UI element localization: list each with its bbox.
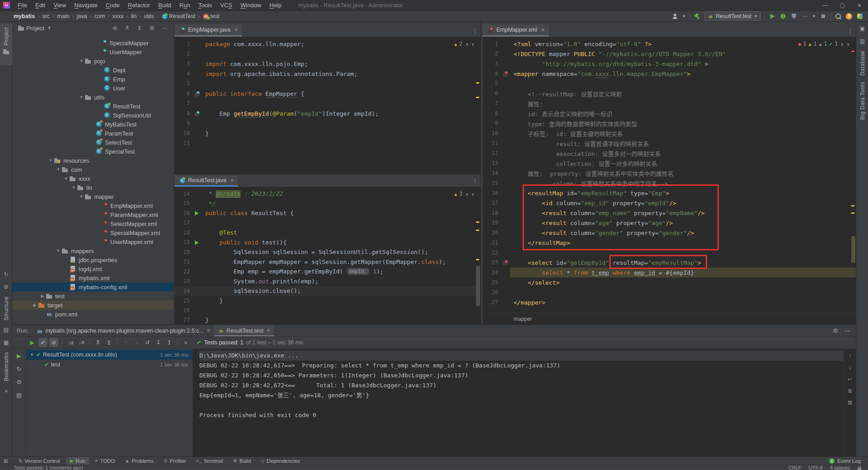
tree-item-utils[interactable]: ▼utils xyxy=(12,93,174,102)
show-passed[interactable]: ✔ xyxy=(38,338,47,347)
tree-item-specialtest[interactable]: SpecialTest xyxy=(12,147,174,156)
tree-item-emp[interactable]: Emp xyxy=(12,75,174,84)
more-tools-icon[interactable]: » xyxy=(0,388,12,394)
tree-item-com[interactable]: ▼com xyxy=(12,165,174,174)
show-ignored[interactable]: ⊘ xyxy=(49,338,58,347)
tree-item-specialmapper-xml[interactable]: SpecialMapper.xml xyxy=(12,228,174,237)
update-button-icon[interactable] xyxy=(845,13,853,20)
next-failed[interactable]: ↓ xyxy=(132,338,141,347)
inspections-widget[interactable]: ●1 ▲1 ▲1 ✔1 ∧∨ xyxy=(798,41,849,47)
run-config-combo[interactable]: ResultTest.test▼ xyxy=(704,11,761,21)
menu-window[interactable]: Window xyxy=(236,2,265,9)
tree-item-mappers[interactable]: ▼mappers xyxy=(12,246,174,255)
breadcrumb-item-com[interactable]: com xyxy=(94,13,105,19)
breadcrumb-item-java[interactable]: java xyxy=(77,13,87,19)
run-gutter-icon[interactable] xyxy=(193,210,201,217)
tree-item-target[interactable]: ▶target xyxy=(12,301,174,310)
tree-item-log4j-xml[interactable]: log4j.xml xyxy=(12,264,174,273)
toolwindow-button-dependencies[interactable]: ◇Dependencies xyxy=(257,457,304,465)
inspections-widget[interactable]: ▲2 ∧∨ xyxy=(454,41,474,47)
status-widget-crlf[interactable]: CRLF xyxy=(788,465,802,470)
test-node-resulttest[interactable]: ▼✔ResultTest (com.xxxx.lln.utils)1 sec 3… xyxy=(26,350,193,360)
tree-item-xxxx[interactable]: ▼xxxx xyxy=(12,174,174,183)
sort-alphabetically[interactable]: ↓a xyxy=(66,338,75,347)
locate-icon[interactable]: ⊕ xyxy=(113,25,117,31)
close-tab-icon[interactable]: ✕ xyxy=(207,328,211,334)
build-hammer-button-icon[interactable] xyxy=(693,13,701,20)
scrollbar-thumb[interactable] xyxy=(851,236,855,263)
panel-icon[interactable]: ▦ xyxy=(0,339,12,346)
tab-empmapper-java[interactable]: EmpMapper.java ✕ xyxy=(175,24,242,37)
menu-vcs[interactable]: VCS xyxy=(216,2,236,9)
project-panel-title[interactable]: Project xyxy=(26,25,44,32)
chevron-down-icon[interactable]: ▼ xyxy=(682,14,686,19)
more-toolbar[interactable]: » xyxy=(181,338,190,347)
tab-empmapper-xml[interactable]: EmpMapper.xml ✕ xyxy=(483,24,549,37)
code-area-resulttest-java[interactable]: ▲3 ∧∨ 14 * @create : 2023/2/2215 */16pub… xyxy=(175,187,481,326)
menu-refactor[interactable]: Refactor xyxy=(124,2,154,9)
close-tab-icon[interactable]: ✕ xyxy=(230,178,234,183)
mybatis-gutter-icon[interactable] xyxy=(502,70,509,77)
breadcrumb-mapper[interactable]: mapper xyxy=(514,316,532,322)
settings-icon[interactable]: ⚙ xyxy=(16,379,22,385)
tree-item-sqlsessionutil[interactable]: SqlSessionUtil xyxy=(12,111,174,120)
inspections-widget[interactable]: ▲3 ∧∨ xyxy=(454,191,474,197)
hide-panel-icon[interactable]: — xyxy=(844,327,850,334)
editor-empmapper-java[interactable]: EmpMapper.java ✕ ⋮ ▲2 ∧∨ 1package com.xx… xyxy=(175,22,481,174)
tree-item-user[interactable]: User xyxy=(12,84,174,93)
tree-item-lln[interactable]: ▼lln xyxy=(12,183,174,192)
tree-item-mybatis-config-xml[interactable]: mybatis-config.xml xyxy=(12,282,174,291)
minimize-icon[interactable]: — xyxy=(816,0,834,11)
tree-item-resources[interactable]: ▼resources xyxy=(12,156,174,165)
scroll-to-end-icon[interactable]: ≣ xyxy=(848,388,852,394)
event-log-button[interactable]: 1 Event Log xyxy=(829,458,861,464)
coverage-button-icon[interactable] xyxy=(790,13,797,20)
tree-item-pojo[interactable]: ▼pojo xyxy=(12,56,174,66)
hidden-tabs-icon[interactable]: ⋮ xyxy=(847,27,853,34)
toolwindow-button-problems[interactable]: ▲Problems xyxy=(121,457,157,465)
tree-item-specialmapper[interactable]: SpecialMapper xyxy=(12,38,174,47)
code-area-empmapper-java[interactable]: ▲2 ∧∨ 1package com.xxxx.lln.mapper;23imp… xyxy=(175,37,481,176)
more-run-actions-icon[interactable] xyxy=(801,13,808,20)
run-gutter-icon[interactable] xyxy=(193,239,201,246)
run-tab-mybatis[interactable]: mybatis [org.apache.maven.plugins:maven-… xyxy=(33,325,214,336)
tab-resulttest-java[interactable]: ResultTest.java ✕ xyxy=(175,175,238,187)
menu-edit[interactable]: Edit xyxy=(31,2,49,9)
code-area-empmapper-xml[interactable]: ●1 ▲1 ▲1 ✔1 ∧∨ 1<?xml version="1.0" enco… xyxy=(483,37,856,315)
mybatis-gutter-icon[interactable] xyxy=(193,90,200,97)
toolwindow-button-profiler[interactable]: ⊙Profiler xyxy=(160,457,190,465)
refresh-icon[interactable]: ↻ xyxy=(0,271,12,277)
toolwindow-button-build[interactable]: ⚙Build xyxy=(229,457,255,465)
tree-item-resulttest[interactable]: ResultTest xyxy=(12,102,174,111)
search-everywhere-button-icon[interactable] xyxy=(835,13,842,20)
settings-gear-icon[interactable]: ⚙ xyxy=(833,327,838,334)
close-tab-icon[interactable]: ✕ xyxy=(234,27,238,33)
tree-item-usermapper[interactable]: UserMapper xyxy=(12,47,174,56)
chevron-down-icon[interactable]: ▼ xyxy=(47,26,51,30)
tree-item-jdbc-properties[interactable]: jdbc.properties xyxy=(12,255,174,264)
ide-features-button-icon[interactable] xyxy=(856,13,863,20)
menu-navigate[interactable]: Navigate xyxy=(70,2,101,9)
import-test-results[interactable]: ↧ xyxy=(154,338,163,347)
user-menu-icon[interactable] xyxy=(671,13,679,20)
tree-item-mybatis-xml[interactable]: mybatis.xml xyxy=(12,273,174,282)
window-grid-icon[interactable]: ⊞ xyxy=(4,458,8,464)
tree-item-usermapper-xml[interactable]: UserMapper.xml xyxy=(12,237,174,246)
close-icon[interactable]: ✕ xyxy=(851,0,868,11)
menu-run[interactable]: Run xyxy=(175,2,194,9)
notifications-icon[interactable]: ▣ xyxy=(856,25,868,32)
editor-resulttest-java[interactable]: ResultTest.java ✕ ⋮ ▲3 ∧∨ 14 * @create :… xyxy=(175,174,481,324)
tree-item-empmapper-xml[interactable]: EmpMapper.xml xyxy=(12,201,174,210)
expand-all[interactable]: ⊼ xyxy=(94,338,103,347)
breadcrumb-item-src[interactable]: src xyxy=(42,13,50,19)
editor-empmapper-xml[interactable]: EmpMapper.xml ✕ ⋮ ●1 ▲1 ▲1 ✔1 ∧∨ 1<?xml … xyxy=(483,22,856,324)
menu-help[interactable]: Help xyxy=(265,2,286,9)
test-history[interactable]: ↺ xyxy=(143,338,152,347)
tree-item-selectmapper-xml[interactable]: SelectMapper.xml xyxy=(12,219,174,228)
scroll-up-icon[interactable]: ↑ xyxy=(849,352,851,359)
previous-failed[interactable]: ↑ xyxy=(121,338,130,347)
sidebar-item-database[interactable]: Database xyxy=(859,51,866,75)
breadcrumb-item-utils[interactable]: utils xyxy=(144,13,154,19)
tree-item-test[interactable]: ▶test xyxy=(12,291,174,301)
collapse-all-icon[interactable]: ⊼ xyxy=(125,25,129,31)
